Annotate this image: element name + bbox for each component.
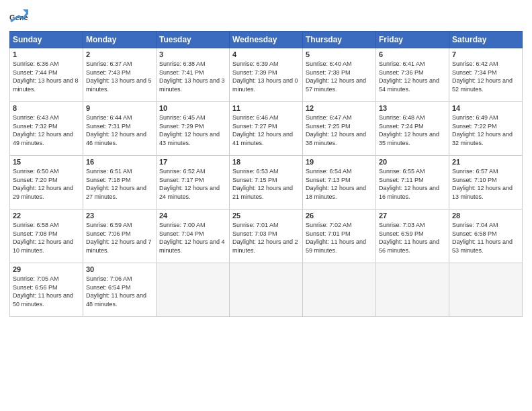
calendar-cell: 28 Sunrise: 7:04 AM Sunset: 6:58 PM Dayl…: [449, 210, 523, 263]
week-row-3: 15 Sunrise: 6:50 AM Sunset: 7:20 PM Dayl…: [10, 156, 523, 210]
day-number: 26: [306, 212, 373, 220]
day-number: 29: [13, 265, 80, 273]
day-detail: Sunrise: 7:05 AM Sunset: 6:56 PM Dayligh…: [13, 275, 80, 308]
day-detail: Sunrise: 6:44 AM Sunset: 7:31 PM Dayligh…: [86, 113, 153, 147]
day-number: 11: [232, 104, 300, 112]
day-header-thursday: Thursday: [303, 32, 376, 48]
calendar-header-row: SundayMondayTuesdayWednesdayThursdayFrid…: [10, 32, 523, 48]
calendar-cell: 26 Sunrise: 7:02 AM Sunset: 7:01 PM Dayl…: [303, 210, 376, 263]
calendar-cell: 18 Sunrise: 6:53 AM Sunset: 7:15 PM Dayl…: [230, 156, 303, 210]
calendar-cell: 16 Sunrise: 6:51 AM Sunset: 7:18 PM Dayl…: [83, 156, 157, 210]
calendar-cell: 11 Sunrise: 6:46 AM Sunset: 7:27 PM Dayl…: [230, 102, 303, 156]
calendar-cell: 27 Sunrise: 7:03 AM Sunset: 6:59 PM Dayl…: [376, 210, 449, 263]
calendar-cell: 19 Sunrise: 6:54 AM Sunset: 7:13 PM Dayl…: [303, 156, 376, 210]
week-row-4: 22 Sunrise: 6:58 AM Sunset: 7:08 PM Dayl…: [10, 210, 523, 263]
day-header-wednesday: Wednesday: [230, 32, 303, 48]
calendar-cell: 15 Sunrise: 6:50 AM Sunset: 7:20 PM Dayl…: [10, 156, 83, 210]
day-number: 5: [306, 50, 373, 58]
day-detail: Sunrise: 6:52 AM Sunset: 7:17 PM Dayligh…: [159, 167, 226, 201]
calendar-cell: [376, 263, 449, 317]
day-detail: Sunrise: 6:43 AM Sunset: 7:32 PM Dayligh…: [13, 113, 80, 147]
day-number: 10: [159, 104, 226, 112]
day-number: 9: [86, 104, 153, 112]
day-detail: Sunrise: 6:49 AM Sunset: 7:22 PM Dayligh…: [452, 113, 519, 147]
day-number: 17: [159, 158, 226, 166]
day-header-sunday: Sunday: [10, 32, 83, 48]
day-number: 19: [306, 158, 373, 166]
day-detail: Sunrise: 7:02 AM Sunset: 7:01 PM Dayligh…: [306, 221, 373, 255]
day-number: 4: [232, 50, 300, 58]
day-detail: Sunrise: 6:39 AM Sunset: 7:39 PM Dayligh…: [232, 60, 300, 93]
day-detail: Sunrise: 6:47 AM Sunset: 7:25 PM Dayligh…: [306, 113, 373, 147]
day-header-monday: Monday: [83, 32, 157, 48]
day-number: 3: [159, 50, 226, 58]
calendar-cell: 10 Sunrise: 6:45 AM Sunset: 7:29 PM Dayl…: [157, 102, 230, 156]
day-detail: Sunrise: 6:45 AM Sunset: 7:29 PM Dayligh…: [159, 113, 226, 147]
day-detail: Sunrise: 6:54 AM Sunset: 7:13 PM Dayligh…: [306, 167, 373, 201]
logo-icon: General: [9, 7, 28, 26]
day-number: 23: [86, 212, 153, 220]
header: General: [9, 7, 523, 26]
calendar-cell: [157, 263, 230, 317]
calendar-cell: [303, 263, 376, 317]
week-row-1: 1 Sunrise: 6:36 AM Sunset: 7:44 PM Dayli…: [10, 48, 523, 102]
logo: General: [9, 7, 31, 26]
calendar-cell: 21 Sunrise: 6:57 AM Sunset: 7:10 PM Dayl…: [449, 156, 523, 210]
calendar-cell: 1 Sunrise: 6:36 AM Sunset: 7:44 PM Dayli…: [10, 48, 83, 102]
week-row-2: 8 Sunrise: 6:43 AM Sunset: 7:32 PM Dayli…: [10, 102, 523, 156]
day-detail: Sunrise: 6:48 AM Sunset: 7:24 PM Dayligh…: [379, 113, 446, 147]
day-number: 30: [86, 265, 153, 273]
calendar-cell: 4 Sunrise: 6:39 AM Sunset: 7:39 PM Dayli…: [230, 48, 303, 102]
day-header-friday: Friday: [376, 32, 449, 48]
day-detail: Sunrise: 6:46 AM Sunset: 7:27 PM Dayligh…: [232, 113, 300, 147]
day-detail: Sunrise: 7:03 AM Sunset: 6:59 PM Dayligh…: [379, 221, 446, 255]
calendar-cell: 3 Sunrise: 6:38 AM Sunset: 7:41 PM Dayli…: [157, 48, 230, 102]
day-number: 25: [232, 212, 300, 220]
day-number: 6: [379, 50, 446, 58]
day-detail: Sunrise: 6:50 AM Sunset: 7:20 PM Dayligh…: [13, 167, 80, 201]
calendar-cell: [230, 263, 303, 317]
day-header-tuesday: Tuesday: [157, 32, 230, 48]
day-detail: Sunrise: 7:06 AM Sunset: 6:54 PM Dayligh…: [86, 275, 153, 308]
page-container: General SundayMondayTuesdayWednesdayThur…: [0, 0, 532, 324]
day-number: 1: [13, 50, 80, 58]
day-detail: Sunrise: 6:41 AM Sunset: 7:36 PM Dayligh…: [379, 60, 446, 93]
week-row-5: 29 Sunrise: 7:05 AM Sunset: 6:56 PM Dayl…: [10, 263, 523, 317]
day-number: 21: [452, 158, 519, 166]
calendar-cell: 25 Sunrise: 7:01 AM Sunset: 7:03 PM Dayl…: [230, 210, 303, 263]
calendar-cell: 8 Sunrise: 6:43 AM Sunset: 7:32 PM Dayli…: [10, 102, 83, 156]
day-detail: Sunrise: 7:04 AM Sunset: 6:58 PM Dayligh…: [452, 221, 519, 255]
calendar-cell: 2 Sunrise: 6:37 AM Sunset: 7:43 PM Dayli…: [83, 48, 157, 102]
day-detail: Sunrise: 7:01 AM Sunset: 7:03 PM Dayligh…: [232, 221, 300, 255]
calendar-body: 1 Sunrise: 6:36 AM Sunset: 7:44 PM Dayli…: [10, 48, 523, 317]
day-detail: Sunrise: 6:42 AM Sunset: 7:34 PM Dayligh…: [452, 60, 519, 93]
day-detail: Sunrise: 6:38 AM Sunset: 7:41 PM Dayligh…: [159, 60, 226, 93]
day-number: 13: [379, 104, 446, 112]
calendar-cell: 17 Sunrise: 6:52 AM Sunset: 7:17 PM Dayl…: [157, 156, 230, 210]
day-detail: Sunrise: 6:59 AM Sunset: 7:06 PM Dayligh…: [86, 221, 153, 255]
day-number: 8: [13, 104, 80, 112]
calendar-cell: 7 Sunrise: 6:42 AM Sunset: 7:34 PM Dayli…: [449, 48, 523, 102]
calendar-cell: 13 Sunrise: 6:48 AM Sunset: 7:24 PM Dayl…: [376, 102, 449, 156]
day-detail: Sunrise: 6:57 AM Sunset: 7:10 PM Dayligh…: [452, 167, 519, 201]
day-number: 27: [379, 212, 446, 220]
calendar-cell: 9 Sunrise: 6:44 AM Sunset: 7:31 PM Dayli…: [83, 102, 157, 156]
day-number: 24: [159, 212, 226, 220]
day-header-saturday: Saturday: [449, 32, 523, 48]
day-detail: Sunrise: 7:00 AM Sunset: 7:04 PM Dayligh…: [159, 221, 226, 255]
day-number: 14: [452, 104, 519, 112]
day-detail: Sunrise: 6:55 AM Sunset: 7:11 PM Dayligh…: [379, 167, 446, 201]
day-detail: Sunrise: 6:58 AM Sunset: 7:08 PM Dayligh…: [13, 221, 80, 255]
calendar-cell: 5 Sunrise: 6:40 AM Sunset: 7:38 PM Dayli…: [303, 48, 376, 102]
day-number: 22: [13, 212, 80, 220]
calendar-cell: 29 Sunrise: 7:05 AM Sunset: 6:56 PM Dayl…: [10, 263, 83, 317]
calendar-cell: [449, 263, 523, 317]
calendar-cell: 30 Sunrise: 7:06 AM Sunset: 6:54 PM Dayl…: [83, 263, 157, 317]
calendar-cell: 12 Sunrise: 6:47 AM Sunset: 7:25 PM Dayl…: [303, 102, 376, 156]
day-number: 16: [86, 158, 153, 166]
calendar-cell: 14 Sunrise: 6:49 AM Sunset: 7:22 PM Dayl…: [449, 102, 523, 156]
calendar-cell: 23 Sunrise: 6:59 AM Sunset: 7:06 PM Dayl…: [83, 210, 157, 263]
day-number: 7: [452, 50, 519, 58]
calendar-cell: 20 Sunrise: 6:55 AM Sunset: 7:11 PM Dayl…: [376, 156, 449, 210]
calendar-cell: 22 Sunrise: 6:58 AM Sunset: 7:08 PM Dayl…: [10, 210, 83, 263]
